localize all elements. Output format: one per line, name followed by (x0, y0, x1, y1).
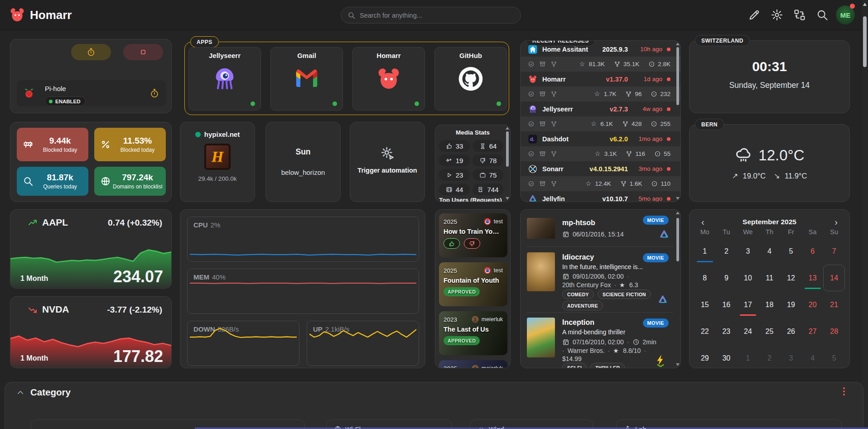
release-app-name[interactable]: Jellyfin (542, 195, 565, 202)
release-row: Jellyseerr v2.7.3 4w ago (521, 101, 680, 116)
app-tile[interactable]: Homarr (352, 47, 425, 111)
calendar-widget: ‹ September 2025 › MoTuWeThFrSaSu1234567… (689, 209, 850, 368)
releases-list: Home Assitant 2025.9.3 10h ago ☆81.3K 35… (521, 42, 680, 202)
calendar-day[interactable]: 26 (780, 318, 802, 345)
calendar-day[interactable]: 1 (737, 345, 759, 371)
media-title[interactable]: mp-htsob (562, 219, 595, 227)
media-stat-value: 19 (456, 157, 463, 164)
issue-icon (648, 61, 655, 67)
media-request-card[interactable]: 2025 test Fountain of Youth APPROVED (439, 262, 507, 306)
app-tile[interactable]: Gmail (270, 47, 343, 111)
search-button[interactable] (816, 9, 829, 21)
calendar-day[interactable]: 7 (823, 238, 845, 265)
media-stats-widget: Media Stats 33 64 19 78 23 75 44 744 Top… (435, 125, 511, 202)
release-stars: 6.1K (600, 121, 613, 127)
category-section: Category Wi-Fi Wind Lab (5, 382, 863, 429)
calendar-day[interactable]: 20 (802, 291, 824, 318)
collapse-chevron-icon[interactable] (16, 388, 25, 397)
calendar-day-today[interactable]: 14 (823, 265, 845, 291)
media-stat-icon (477, 186, 484, 193)
calendar-day[interactable]: 27 (802, 318, 824, 345)
media-stat-pill: 33 (439, 140, 470, 152)
release-app-name[interactable]: Jellyseerr (542, 106, 573, 113)
calendar-day[interactable]: 10 (737, 265, 759, 291)
app-tile[interactable]: GitHub (434, 47, 507, 111)
release-app-name[interactable]: Homarr (542, 76, 566, 83)
widget-scrollbar[interactable] (676, 43, 679, 200)
calendar-day[interactable]: 22 (694, 318, 716, 345)
calendar-day[interactable]: 28 (823, 318, 845, 345)
media-title[interactable]: Idiocracy (562, 253, 594, 261)
release-app-icon (528, 44, 538, 54)
media-request-card[interactable]: 2025 test How to Train Your... (439, 213, 507, 257)
calendar-day[interactable]: 18 (759, 291, 781, 318)
page-scrollbar-thumb[interactable] (863, 16, 867, 67)
server-host: hypixel.net (204, 130, 240, 138)
player-count: 29.4k / 200.0k (180, 175, 255, 182)
calendar-day[interactable]: 8 (694, 265, 716, 291)
calendar-day[interactable]: 30 (716, 345, 738, 371)
calendar-day[interactable]: 2 (716, 238, 738, 265)
page-scrollbar[interactable] (862, 0, 868, 429)
calendar-day[interactable]: 4 (759, 238, 781, 265)
server-online-dot (195, 132, 201, 137)
category-menu-button[interactable] (843, 387, 845, 395)
release-app-name[interactable]: Home Assitant (542, 46, 588, 53)
approve-button[interactable] (444, 238, 460, 249)
calendar-day[interactable]: 15 (694, 291, 716, 318)
calendar-day[interactable]: 29 (694, 345, 716, 371)
app-tile[interactable]: Jellyseerr (188, 47, 261, 111)
settings-button[interactable] (771, 9, 783, 21)
calendar-day[interactable]: 16 (716, 291, 738, 318)
board-switch-button[interactable] (793, 9, 806, 21)
calendar-day[interactable]: 12 (780, 265, 802, 291)
release-app-name[interactable]: Sonarr (542, 165, 564, 173)
pihole-controls-widget: Pi-hole ENABLED (10, 39, 172, 113)
stock-period: 1 Month (20, 354, 48, 362)
release-version: v6.2.0 (610, 135, 628, 143)
widget-scrollbar[interactable] (676, 212, 679, 366)
calendar-day[interactable]: 17 (737, 291, 759, 318)
cloud-rain-icon (734, 146, 752, 164)
calendar-day[interactable]: 19 (780, 291, 802, 318)
calendar-day[interactable]: 23 (716, 318, 738, 345)
calendar-day[interactable]: 21 (823, 291, 845, 318)
minecraft-server-icon: H (180, 144, 255, 170)
weather-widget: BERN 12.0°C ↗ 19.0°C ↘ 11.9°C (689, 124, 850, 202)
media-title[interactable]: Inception (562, 318, 594, 327)
calendar-day[interactable]: 11 (759, 265, 781, 291)
request-status-badge: APPROVED (444, 287, 480, 296)
pihole-name: Pi-hole (45, 85, 66, 92)
calendar-day[interactable]: 25 (759, 318, 781, 345)
calendar-day[interactable]: 5 (780, 238, 802, 265)
requester-avatar (471, 364, 479, 368)
calendar-day[interactable]: 3 (780, 345, 802, 371)
calendar-day[interactable]: 9 (716, 265, 738, 291)
media-request-card[interactable]: 2023 meierluk The Last of Us APPROVED (439, 311, 507, 355)
status-label: ENABLED (55, 99, 81, 104)
calendar-day[interactable]: 6 (802, 238, 824, 265)
pihole-stop-button[interactable] (123, 44, 163, 60)
calendar-day[interactable]: 5 (823, 345, 845, 371)
calendar-day[interactable]: 3 (737, 238, 759, 265)
search-input[interactable] (360, 12, 514, 19)
pihole-timer-button[interactable] (71, 44, 111, 60)
calendar-day[interactable]: 13 (802, 265, 824, 291)
calendar-day[interactable]: 1 (694, 238, 716, 265)
archive-icon (539, 121, 546, 127)
trigger-automation-widget[interactable]: Trigger automation (350, 122, 425, 202)
calendar-day[interactable]: 4 (802, 345, 824, 371)
decline-button[interactable] (464, 238, 480, 249)
calendar-day[interactable]: 24 (737, 318, 759, 345)
calendar-day[interactable]: 2 (759, 345, 781, 371)
edit-mode-button[interactable] (748, 9, 761, 21)
fork-icon (620, 180, 627, 187)
global-search[interactable] (341, 7, 521, 24)
release-alert-dot (667, 77, 670, 81)
media-request-card[interactable]: 2025 meierluk Tin Soldier (439, 360, 507, 368)
widget-scrollbar[interactable] (506, 127, 509, 200)
stopwatch-icon[interactable] (149, 88, 159, 98)
genre-chip: COMEDY (562, 289, 594, 299)
release-app-name[interactable]: Dashdot (542, 135, 569, 143)
scroll-up-arrow[interactable] (863, 3, 867, 6)
